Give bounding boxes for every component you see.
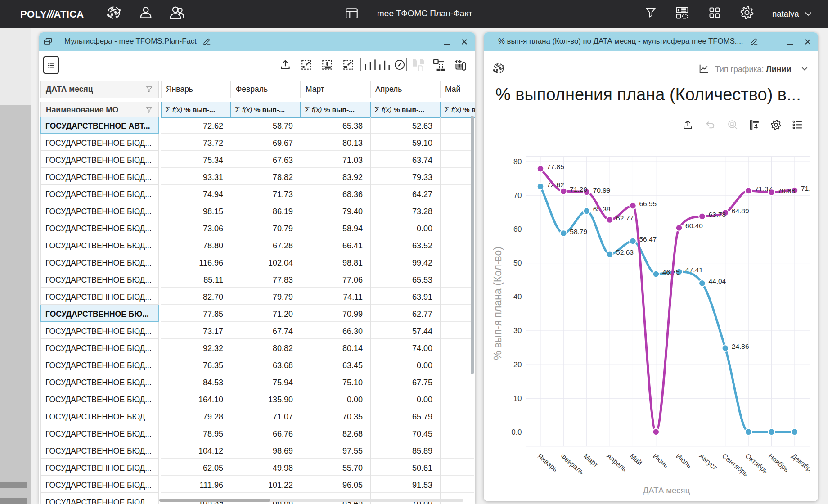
svg-text:47.41: 47.41 [685,266,703,274]
svg-text:71.37: 71.37 [755,185,772,193]
svg-text:Декабрь: Декабрь [790,452,810,475]
svg-text:Май: Май [628,452,644,467]
svg-text:63.78: 63.78 [708,211,726,218]
svg-text:58.79: 58.79 [570,228,587,235]
svg-text:24.86: 24.86 [732,342,749,350]
svg-text:44.04: 44.04 [708,277,726,285]
svg-text:0.0: 0.0 [511,428,522,436]
svg-text:77.85: 77.85 [547,163,564,171]
svg-text:50: 50 [513,259,522,267]
svg-text:Июль: Июль [675,452,693,469]
svg-text:46.75: 46.75 [662,268,680,276]
svg-text:60.40: 60.40 [685,222,703,230]
svg-text:Март: Март [582,452,600,468]
svg-text:Август: Август [698,452,719,471]
svg-text:20: 20 [513,360,522,369]
svg-text:30: 30 [513,326,522,334]
svg-text:56.47: 56.47 [639,235,657,243]
svg-text:10: 10 [513,394,522,402]
svg-text:62.77: 62.77 [616,214,634,222]
svg-text:Ноябрь: Ноябрь [767,452,791,473]
svg-text:64.89: 64.89 [732,207,749,215]
svg-text:52.63: 52.63 [616,248,634,256]
svg-text:60: 60 [513,225,522,233]
svg-text:40: 40 [513,292,522,301]
svg-text:70: 70 [513,191,522,199]
svg-text:Февраль: Февраль [559,452,585,476]
svg-text:70.88: 70.88 [778,187,796,194]
svg-text:ДАТА месяц: ДАТА месяц [643,486,690,495]
svg-text:% вып-я плана (Кол-во): % вып-я плана (Кол-во) [492,247,504,360]
svg-text:Январь: Январь [536,452,559,473]
svg-text:66.95: 66.95 [639,200,657,207]
svg-text:Апрель: Апрель [605,452,628,473]
svg-text:80: 80 [513,158,522,166]
svg-text:Июнь: Июнь [652,452,670,469]
svg-text:70.99: 70.99 [593,186,611,194]
svg-text:71.20: 71.20 [570,185,587,193]
svg-text:71.48: 71.48 [801,184,810,192]
